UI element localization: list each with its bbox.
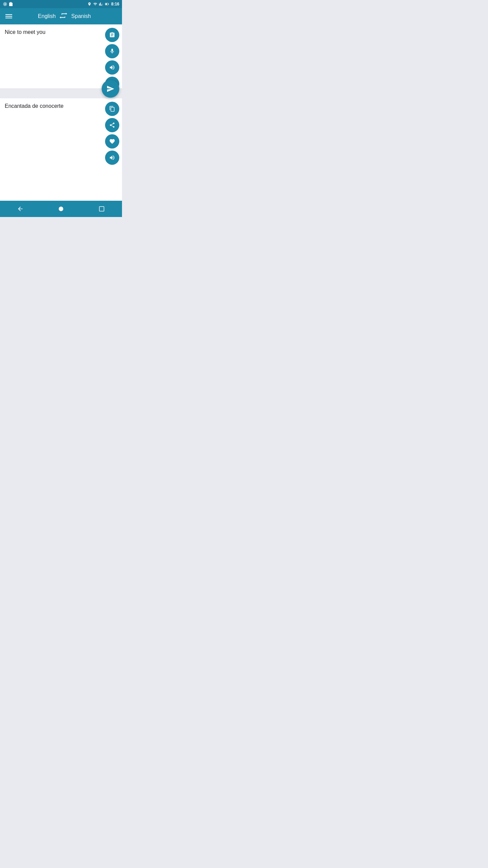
back-button[interactable] [14, 202, 27, 216]
svg-point-9 [59, 206, 63, 211]
toolbar: English Spanish [0, 8, 122, 24]
speak-input-button[interactable] [105, 60, 119, 75]
status-bar: ⚡ 8:16 [0, 0, 122, 8]
record-icon [3, 2, 7, 6]
hamburger-line-1 [5, 14, 12, 15]
clipboard-icon [109, 32, 115, 38]
copy-translation-button[interactable] [105, 102, 119, 116]
share-button[interactable] [105, 118, 119, 132]
home-icon [58, 205, 64, 212]
hamburger-line-3 [5, 18, 12, 18]
translate-button[interactable] [102, 80, 119, 98]
status-left-icons [3, 2, 13, 6]
input-text[interactable]: Nice to meet you [5, 28, 100, 76]
volume-icon [109, 64, 115, 71]
copy-icon [109, 106, 115, 112]
recent-icon [99, 206, 105, 212]
favorite-button[interactable] [105, 134, 119, 149]
heart-icon [109, 138, 115, 144]
separator [0, 89, 122, 98]
svg-point-1 [4, 3, 6, 5]
output-actions [105, 102, 119, 165]
input-section: Nice to meet you [0, 24, 122, 89]
swap-icon [60, 12, 67, 19]
recent-apps-button[interactable] [95, 202, 108, 216]
hamburger-line-2 [5, 16, 12, 17]
sdcard-icon [9, 2, 13, 6]
output-section: Encantada de conocerte [0, 98, 122, 201]
output-text: Encantada de conocerte [5, 102, 100, 110]
back-icon [17, 205, 24, 212]
nav-bar [0, 201, 122, 217]
main-content: Nice to meet you [0, 24, 122, 201]
wifi-icon [93, 2, 98, 6]
svg-rect-6 [108, 4, 109, 5]
status-right-icons: ⚡ 8:16 [87, 2, 119, 6]
battery-icon: ⚡ [104, 2, 110, 6]
mic-button[interactable] [105, 44, 119, 58]
svg-rect-2 [9, 3, 13, 6]
swap-languages-button[interactable] [60, 12, 67, 21]
status-time: 8:16 [111, 2, 119, 6]
target-language[interactable]: Spanish [71, 13, 91, 19]
speak-translation-button[interactable] [105, 151, 119, 165]
svg-rect-3 [10, 2, 11, 3]
mic-icon [109, 48, 115, 54]
home-button[interactable] [54, 202, 68, 216]
svg-text:⚡: ⚡ [106, 3, 107, 5]
clipboard-button[interactable] [105, 28, 119, 42]
signal-icon [99, 2, 103, 6]
language-selector: English Spanish [12, 12, 117, 21]
location-icon [87, 2, 92, 6]
svg-rect-10 [99, 206, 104, 211]
svg-rect-4 [11, 2, 12, 3]
volume-output-icon [109, 155, 115, 161]
share-icon [109, 122, 115, 128]
menu-button[interactable] [5, 14, 12, 18]
send-icon [106, 85, 115, 93]
source-language[interactable]: English [38, 13, 56, 19]
